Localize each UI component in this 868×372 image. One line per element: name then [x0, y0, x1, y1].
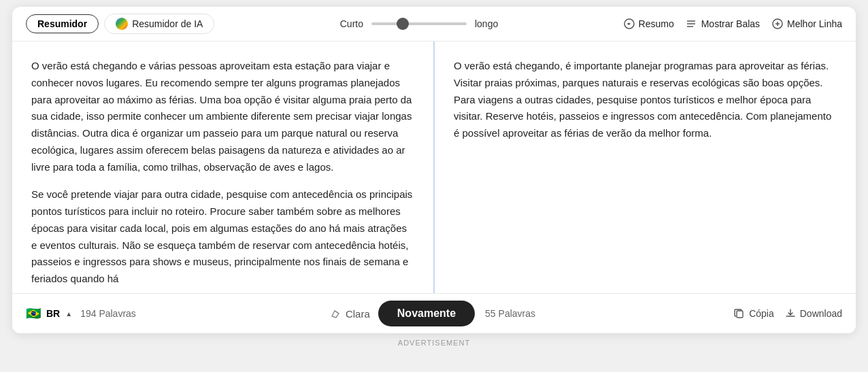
download-button[interactable]: Download	[785, 308, 842, 319]
footer-center: Clara Novamente 55 Palavras	[162, 301, 706, 326]
balas-icon	[686, 18, 697, 29]
toolbar-left: Resumidor Resumidor de IA	[26, 14, 214, 34]
melhor-linha-button[interactable]: Melhor Linha	[772, 18, 842, 29]
svg-point-6	[687, 26, 688, 27]
clara-button[interactable]: Clara	[331, 308, 370, 320]
right-pane: O verão está chegando, é importante plan…	[435, 41, 856, 293]
word-count-right: 55 Palavras	[483, 308, 537, 319]
right-para-1: O verão está chegando, é importante plan…	[454, 58, 837, 142]
resumo-icon	[624, 18, 635, 29]
ia-label: Resumidor de IA	[132, 18, 203, 29]
copia-button[interactable]: Cópia	[734, 308, 774, 319]
left-para-2: Se você pretende viajar para outra cidad…	[31, 186, 414, 288]
toolbar-right: Resumo Mostrar Balas Melhor Linh	[624, 18, 842, 29]
footer-right: Cópia Download	[706, 308, 842, 319]
resumidor-button[interactable]: Resumidor	[26, 14, 99, 33]
left-pane: O verão está chegando e várias pessoas a…	[12, 41, 435, 293]
curto-label: Curto	[340, 18, 363, 29]
novamente-button[interactable]: Novamente	[378, 301, 475, 326]
footer: 🇧🇷 BR ▲ 194 Palavras Clara Novamente 55 …	[12, 293, 856, 333]
download-icon	[785, 308, 796, 319]
length-slider[interactable]	[371, 22, 467, 25]
advertisement-label: ADVERTISEMENT	[398, 339, 470, 347]
toolbar-center: Curto longo	[340, 18, 499, 29]
resumo-button[interactable]: Resumo	[624, 18, 674, 29]
svg-point-5	[687, 23, 688, 24]
lang-label: BR	[46, 308, 60, 319]
longo-label: longo	[475, 18, 498, 29]
content-area: O verão está chegando e várias pessoas a…	[12, 41, 856, 293]
toolbar: Resumidor Resumidor de IA Curto longo Re…	[12, 7, 856, 41]
lang-arrow-icon[interactable]: ▲	[65, 310, 72, 318]
word-count-left: 194 Palavras	[80, 308, 136, 319]
eraser-icon	[331, 308, 341, 319]
svg-line-8	[335, 311, 339, 314]
copy-icon	[734, 308, 745, 319]
svg-point-4	[687, 20, 688, 22]
left-para-1: O verão está chegando e várias pessoas a…	[31, 58, 414, 175]
svg-rect-9	[737, 311, 743, 318]
footer-left: 🇧🇷 BR ▲ 194 Palavras	[26, 306, 162, 321]
ia-button[interactable]: Resumidor de IA	[104, 14, 214, 34]
melhor-linha-icon	[772, 18, 783, 29]
flag-icon: 🇧🇷	[26, 306, 41, 321]
ia-icon	[116, 18, 128, 30]
mostrar-balas-button[interactable]: Mostrar Balas	[686, 18, 760, 29]
